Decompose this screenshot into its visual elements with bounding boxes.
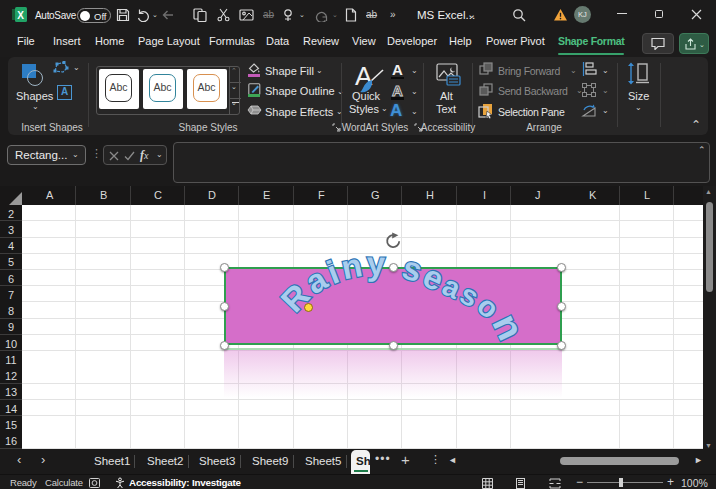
svg-text:Rainy season: Rainy season	[273, 246, 533, 349]
svg-text:X: X	[17, 10, 24, 21]
